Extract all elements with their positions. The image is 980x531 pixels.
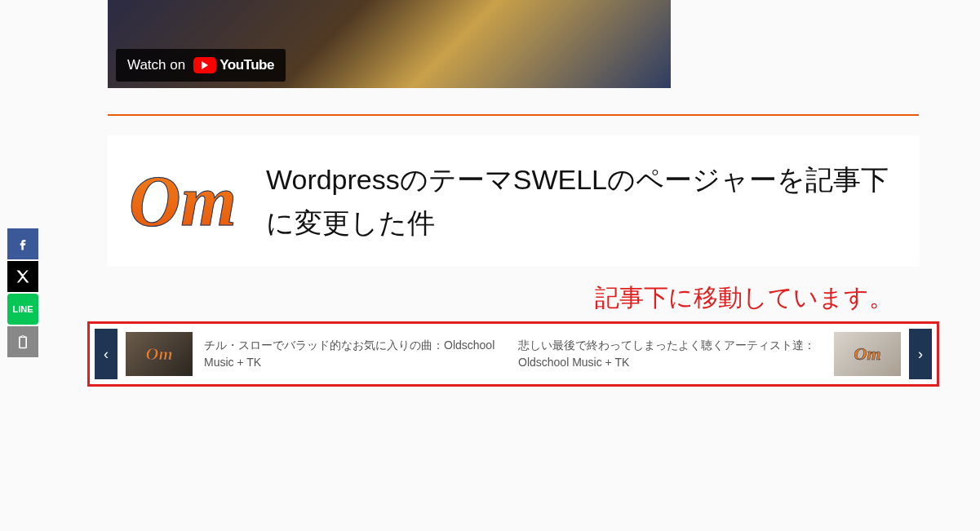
site-logo: Om	[124, 169, 242, 233]
facebook-icon	[15, 236, 31, 252]
article-header-card: Om WordpressのテーマSWELLのページャーを記事下に変更した件	[108, 135, 920, 267]
pager-prev-thumbnail: Om	[126, 332, 193, 376]
youtube-label: YouTube	[220, 57, 274, 73]
chevron-left-icon: ‹	[104, 346, 109, 363]
article-title: WordpressのテーマSWELLのページャーを記事下に変更した件	[266, 158, 890, 244]
watch-on-youtube-button[interactable]: Watch on YouTube	[116, 49, 286, 82]
clipboard-icon	[15, 334, 31, 350]
pager-prev-title: チル・スローでバラッド的なお気に入りの曲：Oldschool Music + T…	[204, 337, 508, 371]
share-x-button[interactable]	[7, 261, 38, 292]
thumb-logo: Om	[834, 332, 901, 376]
youtube-embed[interactable]: Watch on YouTube	[108, 0, 671, 88]
post-pager: ‹ Om チル・スローでバラッド的なお気に入りの曲：Oldschool Musi…	[87, 321, 939, 387]
thumb-logo: Om	[126, 332, 193, 376]
pager-next-thumbnail: Om	[834, 332, 901, 376]
youtube-play-icon	[193, 57, 216, 73]
pager-next-title: 悲しい最後で終わってしまったよく聴くアーティスト達：Oldschool Musi…	[518, 337, 823, 371]
main-content: Watch on YouTube Om WordpressのテーマSWELLのペ…	[87, 0, 939, 387]
watch-on-label: Watch on	[127, 57, 185, 73]
annotation-text: 記事下に移動しています。	[87, 281, 894, 315]
pager-prev-arrow[interactable]: ‹	[95, 329, 118, 379]
share-facebook-button[interactable]	[7, 228, 38, 259]
social-share-bar: LINE	[7, 228, 38, 357]
pager-next-arrow[interactable]: ›	[909, 329, 932, 379]
section-divider	[108, 114, 919, 116]
share-line-button[interactable]: LINE	[7, 294, 38, 325]
line-icon: LINE	[12, 304, 33, 314]
chevron-right-icon: ›	[918, 346, 923, 363]
copy-link-button[interactable]	[7, 326, 38, 357]
pager-next-link[interactable]: Om 悲しい最後で終わってしまったよく聴くアーティスト達：Oldschool M…	[517, 329, 902, 379]
youtube-logo: YouTube	[193, 57, 274, 73]
x-icon	[15, 268, 31, 285]
pager-prev-link[interactable]: Om チル・スローでバラッド的なお気に入りの曲：Oldschool Music …	[124, 329, 510, 379]
